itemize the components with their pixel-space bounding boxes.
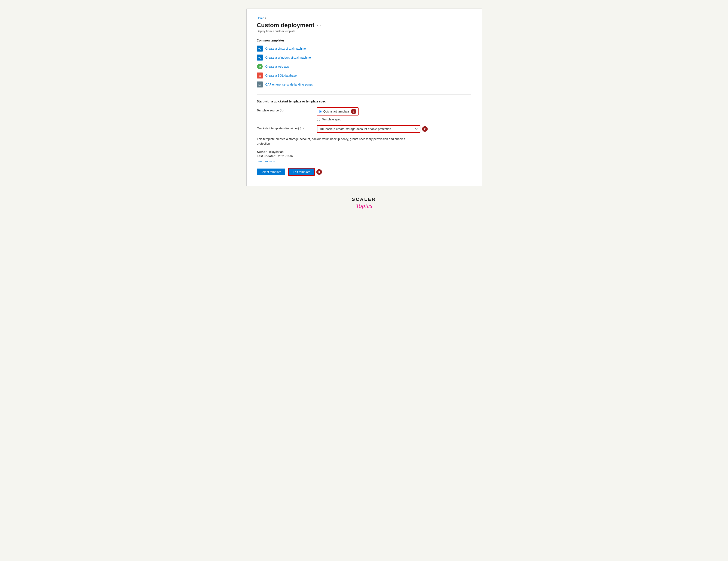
learn-more-link[interactable]: Learn more ↗ — [257, 160, 275, 163]
template-source-radio-group: Quickstart template 1 Template spec — [317, 107, 359, 121]
quickstart-radio-input[interactable] — [319, 110, 322, 113]
quickstart-template-dropdown-wrapper: 101-backup-create-storage-account-enable… — [317, 125, 428, 133]
page-title: Custom deployment — [257, 22, 314, 29]
action-button-row: Select template Edit template 3 — [257, 168, 471, 176]
svg-text:⚙: ⚙ — [259, 65, 261, 68]
templatespec-radio-input[interactable] — [317, 118, 320, 121]
outer-wrapper: Home > Custom deployment ··· Deploy from… — [246, 9, 482, 209]
template-source-info-icon[interactable]: i — [280, 109, 283, 112]
last-updated-label: Last updated: — [257, 155, 277, 158]
section-divider — [257, 94, 471, 95]
learn-more-label: Learn more — [257, 160, 272, 163]
list-item[interactable]: DB Create a SQL database — [257, 73, 471, 79]
templatespec-radio-label: Template spec — [322, 118, 341, 121]
quickstart-template-info-icon[interactable]: i — [300, 127, 304, 130]
quickstart-section: Start with a quickstart template or temp… — [257, 100, 471, 176]
branding-footer: SCALER Topics — [246, 197, 482, 209]
template-source-label: Template source i — [257, 107, 317, 112]
template-meta-section: Author: nilaydshah Last updated: 2021-03… — [257, 150, 471, 163]
author-value: nilaydshah — [269, 150, 284, 154]
quickstart-template-row: Quickstart template (disclaimer) i 101-b… — [257, 125, 471, 133]
author-label: Author: — [257, 150, 268, 154]
more-options-icon[interactable]: ··· — [317, 23, 322, 28]
sql-link[interactable]: Create a SQL database — [265, 74, 297, 77]
svg-text:VM: VM — [258, 48, 261, 50]
template-source-row: Template source i Quickstart template 1 … — [257, 107, 471, 121]
caf-link[interactable]: CAF enterprise-scale landing zones — [265, 83, 313, 86]
quickstart-template-label: Quickstart template (disclaimer) i — [257, 125, 317, 130]
badge-3: 3 — [316, 169, 322, 175]
list-item[interactable]: VM Create a Linux virtual machine — [257, 46, 471, 52]
webapp-link[interactable]: Create a web app — [265, 65, 289, 68]
windows-vm-link[interactable]: Create a Windows virtual machine — [265, 56, 311, 59]
template-description-text: This template creates a storage account,… — [257, 137, 407, 146]
breadcrumb-home[interactable]: Home — [257, 16, 264, 20]
badge-1: 1 — [351, 109, 356, 114]
page-title-row: Custom deployment ··· — [257, 22, 471, 29]
edit-template-wrapper: Edit template 3 — [289, 168, 322, 176]
quickstart-template-select[interactable]: 101-backup-create-storage-account-enable… — [317, 126, 420, 132]
edit-template-button[interactable]: Edit template — [289, 168, 315, 176]
webapp-icon: ⚙ — [257, 64, 263, 70]
list-item[interactable]: ⚙ Create a web app — [257, 64, 471, 70]
badge-2: 2 — [422, 126, 428, 132]
common-templates-section: Common templates VM Create a Linux virtu… — [257, 39, 471, 88]
brand-topics-text: Topics — [356, 202, 372, 209]
list-item[interactable]: VM Create a Windows virtual machine — [257, 55, 471, 61]
quickstart-template-dropdown-border: 101-backup-create-storage-account-enable… — [317, 125, 420, 133]
svg-text:CAF: CAF — [258, 84, 261, 86]
last-updated-row: Last updated: 2021-03-02 — [257, 155, 471, 158]
linux-vm-icon: VM — [257, 46, 263, 52]
svg-text:DB: DB — [259, 75, 261, 77]
linux-vm-link[interactable]: Create a Linux virtual machine — [265, 47, 306, 50]
quickstart-radio-label: Quickstart template — [323, 110, 349, 113]
sql-icon: DB — [257, 73, 263, 79]
list-item[interactable]: CAF CAF enterprise-scale landing zones — [257, 82, 471, 88]
windows-vm-icon: VM — [257, 55, 263, 61]
author-row: Author: nilaydshah — [257, 150, 471, 154]
select-template-button[interactable]: Select template — [257, 169, 285, 175]
svg-text:VM: VM — [258, 57, 261, 59]
caf-icon: CAF — [257, 82, 263, 88]
page-subtitle: Deploy from a custom template — [257, 30, 471, 33]
last-updated-value: 2021-03-02 — [278, 155, 293, 158]
main-card: Home > Custom deployment ··· Deploy from… — [246, 9, 482, 186]
templatespec-radio-option[interactable]: Template spec — [317, 118, 359, 121]
quickstart-section-title: Start with a quickstart template or temp… — [257, 100, 471, 103]
quickstart-radio-option[interactable]: Quickstart template 1 — [317, 107, 359, 116]
breadcrumb: Home > — [257, 16, 471, 20]
external-link-icon: ↗ — [273, 160, 275, 163]
brand-scaler-text: SCALER — [352, 197, 376, 202]
common-templates-title: Common templates — [257, 39, 471, 42]
template-description-box: This template creates a storage account,… — [257, 137, 471, 146]
breadcrumb-separator: > — [265, 17, 266, 20]
